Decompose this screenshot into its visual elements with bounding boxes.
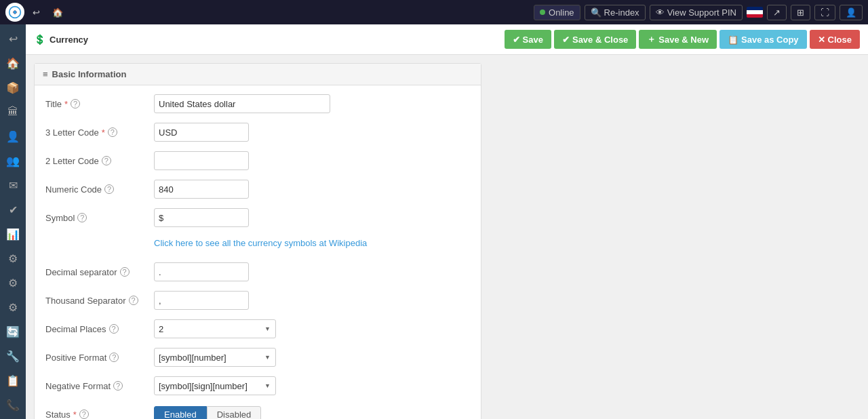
top-navigation: ↩ 🏠 Online 🔍 Re-index 👁 View Support PIN…	[0, 0, 868, 24]
currency-icon: 💲	[34, 34, 45, 45]
sidebar-item-settings1[interactable]: ⚙	[1, 247, 24, 270]
sidebar-item-sync[interactable]: 🔄	[1, 320, 24, 343]
external-link-icon: ↗	[773, 7, 781, 18]
sidebar-item-back[interactable]: ↩	[1, 27, 24, 50]
thousand-sep-label: Thousand Separator ?	[45, 296, 154, 306]
positive-format-wrapper: [symbol][number] [number][symbol]	[154, 348, 276, 367]
positive-format-label: Positive Format ?	[45, 353, 154, 363]
code3-row: 3 Letter Code * ?	[45, 122, 470, 142]
sidebar-item-tasks[interactable]: ✔	[1, 198, 24, 221]
reindex-button[interactable]: 🔍 Re-index	[585, 5, 646, 20]
content-area: 💲 Currency ✔ Save ✔ Save & Close ＋ Save …	[26, 24, 868, 419]
decimal-places-select[interactable]: 2 0 1 3 4	[154, 319, 276, 338]
numeric-label: Numeric Code ?	[45, 184, 154, 195]
required-indicator: *	[64, 99, 68, 109]
page-header: 💲 Currency ✔ Save ✔ Save & Close ＋ Save …	[26, 24, 868, 55]
status-toggle: Enabled Disabled	[154, 406, 261, 420]
code3-help-icon[interactable]: ?	[108, 127, 117, 137]
code3-input[interactable]	[154, 123, 249, 142]
wikipedia-link[interactable]: Click here to see all the currency symbo…	[154, 238, 367, 248]
sidebar-item-phone[interactable]: 📞	[1, 393, 24, 416]
symbol-input[interactable]	[154, 208, 249, 227]
back-icon: ↩	[33, 7, 40, 18]
status-required: *	[73, 410, 77, 420]
close-button[interactable]: ✕ Close	[810, 30, 860, 49]
home-button[interactable]: 🏠	[48, 5, 67, 20]
home-icon: 🏠	[52, 7, 63, 18]
positive-format-row: Positive Format ? [symbol][number] [numb…	[45, 347, 470, 367]
decimal-places-help-icon[interactable]: ?	[109, 324, 119, 334]
puzzle-icon: ⊞	[797, 7, 804, 18]
support-pin-button[interactable]: 👁 View Support PIN	[650, 5, 743, 20]
svg-point-1	[14, 11, 17, 14]
thousand-sep-help-icon[interactable]: ?	[129, 296, 138, 305]
close-icon: ✕	[818, 35, 825, 45]
section-icon: ≡	[43, 69, 48, 79]
online-status: Online	[534, 5, 580, 20]
title-input[interactable]	[154, 94, 330, 113]
numeric-row: Numeric Code ?	[45, 179, 470, 199]
sidebar-item-settings3[interactable]: ⚙	[1, 296, 24, 319]
title-label: Title * ?	[45, 99, 154, 109]
save-close-button[interactable]: ✔ Save & Close	[554, 30, 636, 49]
negative-format-label: Negative Format ?	[45, 381, 154, 391]
required-indicator2: *	[102, 127, 105, 138]
save-button[interactable]: ✔ Save	[505, 30, 551, 49]
action-buttons: ✔ Save ✔ Save & Close ＋ Save & New 📋 Sav…	[505, 30, 860, 49]
status-help-icon[interactable]: ?	[79, 410, 89, 419]
form-area: ≡ Basic Information Title * ?	[26, 55, 868, 419]
positive-format-select[interactable]: [symbol][number] [number][symbol]	[154, 348, 276, 367]
user-icon: 👤	[846, 7, 856, 18]
symbol-help-icon[interactable]: ?	[77, 213, 87, 222]
sidebar-item-home[interactable]: 🏠	[1, 52, 24, 75]
decimal-places-label: Decimal Places ?	[45, 324, 154, 334]
save-new-icon: ＋	[647, 33, 656, 45]
numeric-input[interactable]	[154, 180, 249, 199]
save-copy-button[interactable]: 📋 Save as Copy	[719, 30, 807, 49]
sidebar-item-reports[interactable]: 📊	[1, 222, 24, 245]
sidebar-item-tools[interactable]: 🔧	[1, 344, 24, 367]
save-new-button[interactable]: ＋ Save & New	[639, 30, 717, 49]
sidebar-item-accounts[interactable]: 🏛	[1, 100, 24, 123]
app-logo[interactable]	[5, 3, 24, 22]
sidebar-item-users[interactable]: 👤	[1, 125, 24, 148]
status-disabled-button[interactable]: Disabled	[207, 406, 262, 420]
negative-format-row: Negative Format ? [symbol][sign][number]…	[45, 376, 470, 396]
decimal-sep-row: Decimal separator ?	[45, 262, 470, 282]
numeric-help-icon[interactable]: ?	[104, 184, 114, 194]
form-section-header: ≡ Basic Information	[35, 64, 481, 85]
negative-format-help-icon[interactable]: ?	[113, 381, 123, 391]
sidebar: ↩ 🏠 📦 🏛 👤 👥 ✉ ✔ 📊 ⚙ ⚙ ⚙ 🔄 🔧 📋 📞	[0, 24, 26, 419]
positive-format-help-icon[interactable]: ?	[109, 353, 119, 362]
extensions-button[interactable]: ⊞	[791, 5, 810, 20]
code2-input[interactable]	[154, 151, 249, 170]
form-card: ≡ Basic Information Title * ?	[34, 63, 481, 419]
copy-icon: 📋	[728, 35, 738, 45]
fullscreen-icon: ⛶	[821, 7, 829, 18]
page-title: 💲 Currency	[34, 34, 499, 45]
language-flag[interactable]	[747, 7, 763, 18]
user-button[interactable]: 👤	[840, 5, 863, 20]
main-layout: ↩ 🏠 📦 🏛 👤 👥 ✉ ✔ 📊 ⚙ ⚙ ⚙ 🔄 🔧 📋 📞 💲 Curren…	[0, 24, 868, 419]
negative-format-wrapper: [symbol][sign][number] [sign][symbol][nu…	[154, 376, 276, 395]
title-help-icon[interactable]: ?	[71, 99, 80, 108]
negative-format-select[interactable]: [symbol][sign][number] [sign][symbol][nu…	[154, 376, 276, 395]
code2-help-icon[interactable]: ?	[102, 156, 111, 165]
status-label: Status * ?	[45, 410, 154, 420]
sidebar-item-notes[interactable]: 📋	[1, 369, 24, 392]
back-button[interactable]: ↩	[28, 5, 44, 20]
external-link-button[interactable]: ↗	[767, 5, 787, 20]
decimal-sep-input[interactable]	[154, 262, 249, 281]
sidebar-item-settings2[interactable]: ⚙	[1, 271, 24, 294]
thousand-sep-input[interactable]	[154, 291, 249, 310]
wiki-link-row: Click here to see all the currency symbo…	[45, 236, 470, 256]
sidebar-item-products[interactable]: 📦	[1, 76, 24, 99]
status-enabled-button[interactable]: Enabled	[154, 406, 207, 420]
decimal-sep-help-icon[interactable]: ?	[120, 267, 130, 277]
sidebar-item-mail[interactable]: ✉	[1, 174, 24, 197]
online-indicator	[540, 9, 545, 15]
fullscreen-button[interactable]: ⛶	[814, 5, 835, 20]
sidebar-item-groups[interactable]: 👥	[1, 149, 24, 172]
symbol-row: Symbol ?	[45, 207, 470, 228]
title-row: Title * ?	[45, 94, 470, 114]
